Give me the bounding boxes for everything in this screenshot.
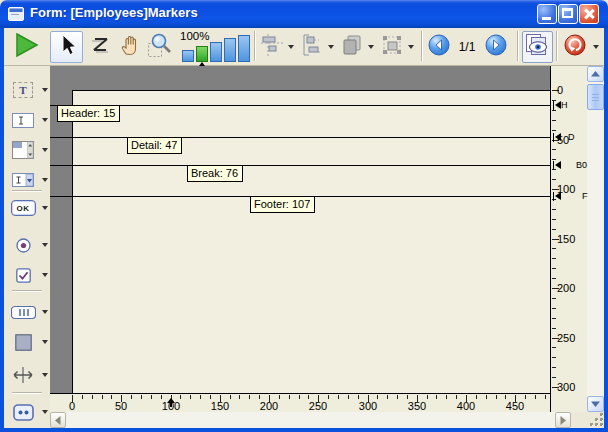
zoom-bar[interactable] [238,35,250,62]
select-tool-button[interactable] [50,31,83,63]
toolbar: 100% 1/1 [4,28,604,66]
zoom-bar[interactable] [224,38,236,62]
splitter-icon [8,366,38,384]
window-border-right [604,28,608,432]
ruler-marker-icon[interactable] [553,192,563,201]
buttonbar-tool[interactable] [8,300,50,324]
section-line-h [50,105,550,106]
dropdown-arrow-icon[interactable] [368,45,374,49]
hruler-label: 200 [257,400,281,412]
rectangle-tool[interactable] [8,330,50,354]
align-icon [260,33,284,61]
dropdown-arrow-icon[interactable] [42,178,48,182]
hruler-tick [299,395,300,399]
align-menu-button[interactable] [258,31,295,63]
hruler-tick [279,395,280,399]
vertical-scrollbar[interactable] [587,66,604,412]
hruler-tick [545,395,546,399]
vruler-tick [552,149,556,150]
ruler-cursor-marker [167,398,175,408]
mode-menu-button[interactable] [561,31,589,63]
entry-order-tool-button[interactable] [86,31,114,63]
dropdown-arrow-icon[interactable] [42,340,48,344]
zoom-bars-widget[interactable] [182,35,250,62]
hruler-tick [102,395,103,399]
mode-menu-dropdown[interactable] [590,31,602,63]
horizontal-ruler: 050100150200250300350400450 [50,393,550,412]
close-button[interactable] [579,4,599,24]
titlebar[interactable]: Form: [Employees]Markers [0,0,608,28]
hruler-tick [525,395,526,399]
combobox-tool[interactable] [8,168,50,192]
previous-page-button[interactable] [427,31,451,63]
radio-icon [8,238,38,253]
execute-form-button[interactable] [10,31,42,63]
dropdown-arrow-icon[interactable] [42,148,48,152]
scroll-down-button[interactable] [587,396,604,412]
resize-menu-button[interactable] [378,31,416,63]
checkbox-tool[interactable] [8,263,50,287]
scroll-left-button[interactable] [50,412,66,428]
preview-eye-icon [524,32,551,62]
listbox-tool[interactable] [8,138,50,162]
hruler-tick [446,395,447,399]
scroll-up-button[interactable] [587,66,604,82]
hruler-tick [476,395,477,399]
dropdown-arrow-icon[interactable] [42,373,48,377]
vruler-tick [552,328,556,329]
static-text-tool[interactable]: T [8,78,50,102]
dropdown-arrow-icon[interactable] [288,45,294,49]
hruler-tick [407,395,408,399]
dropdown-arrow-icon[interactable] [42,243,48,247]
splitter-tool[interactable] [8,363,50,387]
object-toolbox: TOK [4,66,50,428]
form-window-icon [8,7,24,21]
dropdown-arrow-icon[interactable] [42,310,48,314]
preview-button[interactable] [522,31,553,63]
button-tool[interactable]: OK [8,196,50,220]
section-marker-d[interactable]: Detail: 47 [127,137,182,154]
hruler-label: 150 [208,400,232,412]
dropdown-arrow-icon[interactable] [42,273,48,277]
design-canvas[interactable]: Header: 15Detail: 47Break: 76Footer: 107 [50,66,550,393]
section-marker-b0[interactable]: Break: 76 [187,165,243,182]
section-marker-f[interactable]: Footer: 107 [250,196,315,213]
level-menu-button[interactable] [338,31,375,63]
form-editor-window: Form: [Employees]Markers 100% 1/1 [0,0,608,432]
zoom-bar-current[interactable] [196,46,208,62]
hruler-tick [239,395,240,399]
vruler-tick [552,367,556,368]
hruler-label: 450 [503,400,527,412]
zoom-bar[interactable] [210,42,222,62]
resize-grip[interactable] [590,413,604,427]
zoom-tool-button[interactable] [145,31,175,63]
maximize-button[interactable] [558,4,578,24]
dropdown-arrow-icon[interactable] [42,88,48,92]
ruler-marker-icon[interactable] [553,133,563,142]
hruler-tick [259,395,260,399]
ruler-marker-icon[interactable] [553,161,563,170]
form-page[interactable] [72,90,550,393]
input-tool[interactable] [8,108,50,132]
dropdown-arrow-icon[interactable] [42,206,48,210]
scroll-right-button[interactable] [555,412,571,428]
dropdown-arrow-icon[interactable] [42,118,48,122]
pan-tool-button[interactable] [115,31,145,63]
dropdown-arrow-icon[interactable] [42,410,48,414]
window-border-bottom [0,428,608,432]
dropdown-arrow-icon[interactable] [408,45,414,49]
hruler-label: 350 [405,400,429,412]
radio-tool[interactable] [8,233,50,257]
plugin-tool[interactable] [8,400,50,424]
hruler-tick [289,395,290,399]
next-page-button[interactable] [484,31,508,63]
vruler-tick [552,258,556,259]
hruler-tick [92,395,93,399]
horizontal-scrollbar[interactable] [50,412,571,428]
distribute-menu-button[interactable] [298,31,335,63]
dropdown-arrow-icon[interactable] [328,45,334,49]
vertical-scroll-thumb[interactable] [587,84,604,110]
minimize-button[interactable] [537,4,557,24]
section-marker-h[interactable]: Header: 15 [57,105,120,122]
zoom-bar[interactable] [182,50,194,62]
